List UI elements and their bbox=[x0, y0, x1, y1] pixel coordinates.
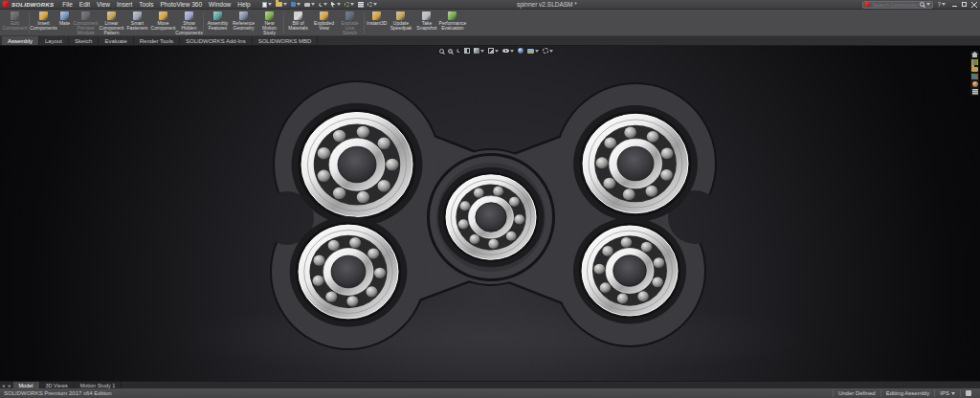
solidworks-resources-button[interactable] bbox=[971, 52, 978, 57]
units-selector[interactable]: IPS bbox=[934, 389, 960, 397]
tab-model[interactable]: Model bbox=[13, 382, 40, 388]
edit-appearance-button[interactable] bbox=[518, 48, 523, 54]
select-caret-icon bbox=[337, 3, 341, 6]
tab-evaluate[interactable]: Evaluate bbox=[99, 36, 133, 45]
instant3d-button[interactable]: Instant3D bbox=[366, 11, 388, 35]
tab-3d-views[interactable]: 3D Views bbox=[40, 382, 75, 388]
take-snapshot-icon bbox=[422, 11, 431, 20]
bearing-center[interactable] bbox=[438, 167, 545, 267]
show-hidden-components-button[interactable]: Show Hidden Components bbox=[176, 11, 202, 35]
view-settings-button[interactable] bbox=[543, 48, 553, 54]
view-palette-icon bbox=[971, 74, 978, 79]
menu-file[interactable]: File bbox=[62, 1, 72, 8]
smart-fasteners-button[interactable]: Smart Fasteners bbox=[124, 11, 150, 35]
ribbon-button-label: Explode Line Sketch bbox=[338, 21, 362, 36]
select-icon bbox=[331, 2, 336, 8]
bill-of-materials-button[interactable]: Bill of Materials bbox=[285, 11, 311, 35]
menu-help[interactable]: Help bbox=[237, 1, 250, 8]
model-render[interactable] bbox=[0, 46, 980, 381]
options-icon bbox=[368, 2, 372, 7]
close-button[interactable] bbox=[971, 2, 977, 8]
document-title: spinner v2.SLDASM * bbox=[517, 1, 577, 8]
menu-insert[interactable]: Insert bbox=[117, 1, 132, 8]
titlebar-right: ? bbox=[862, 1, 977, 9]
exploded-view-button[interactable]: Exploded View bbox=[311, 11, 337, 35]
minimize-button[interactable] bbox=[952, 2, 957, 7]
save-button[interactable] bbox=[291, 2, 301, 7]
explode-line-sketch-button: Explode Line Sketch bbox=[337, 11, 363, 35]
insert-components-icon bbox=[39, 11, 48, 20]
file-explorer-icon bbox=[971, 67, 978, 72]
insert-components-button[interactable]: Insert Components bbox=[31, 11, 56, 35]
undo-button[interactable] bbox=[319, 3, 327, 7]
new-motion-study-button[interactable]: New Motion Study bbox=[256, 11, 282, 35]
tab-sketch[interactable]: Sketch bbox=[69, 36, 99, 45]
tab-solidworks-mbd[interactable]: SOLIDWORKS MBD bbox=[253, 36, 319, 45]
search-box[interactable] bbox=[862, 1, 933, 9]
appearances-scenes-button[interactable] bbox=[972, 81, 978, 87]
custom-properties-button[interactable] bbox=[972, 89, 978, 95]
file-explorer-button[interactable] bbox=[971, 67, 978, 72]
solidworks-resources-icon bbox=[971, 52, 978, 57]
save-icon bbox=[291, 2, 296, 7]
status-right: Under Defined Editing Assembly IPS bbox=[833, 389, 976, 397]
previous-view-icon bbox=[456, 48, 460, 53]
rebuild-caret-icon bbox=[350, 3, 354, 6]
menu-window[interactable]: Window bbox=[209, 1, 231, 8]
ribbon-button-label: Take Snapshot bbox=[414, 21, 438, 31]
hide-show-items-caret-icon bbox=[510, 50, 514, 53]
mate-button[interactable]: Mate bbox=[56, 11, 73, 35]
status-tray[interactable] bbox=[960, 389, 976, 397]
ribbon-button-label: Performance Evaluation bbox=[439, 21, 467, 31]
search-input[interactable] bbox=[872, 2, 918, 8]
select-button[interactable] bbox=[331, 2, 341, 8]
assembly-features-button[interactable]: Assembly Features bbox=[205, 11, 231, 35]
linear-component-pattern-button[interactable]: Linear Component Pattern bbox=[99, 11, 124, 35]
options-button[interactable] bbox=[368, 2, 377, 7]
tab-motion-study-1[interactable]: Motion Study 1 bbox=[75, 382, 122, 388]
view-orientation-button[interactable] bbox=[474, 48, 484, 54]
bearing-bottom-right[interactable] bbox=[573, 218, 686, 324]
hide-show-items-button[interactable] bbox=[502, 49, 514, 53]
tab-scroll-left-icon[interactable]: ◂ bbox=[0, 382, 7, 388]
tab-assembly[interactable]: Assembly bbox=[2, 36, 39, 45]
move-component-button[interactable]: Move Component bbox=[150, 11, 176, 35]
rebuild-button[interactable] bbox=[345, 2, 354, 7]
reference-geometry-button[interactable]: Reference Geometry bbox=[231, 11, 256, 35]
help-button[interactable]: ? bbox=[937, 1, 946, 8]
zoom-to-fit-button[interactable] bbox=[439, 49, 444, 54]
bearing-top-left[interactable] bbox=[292, 103, 423, 227]
tab-solidworks-add-ins[interactable]: SOLIDWORKS Add-Ins bbox=[180, 36, 253, 45]
solidworks-logo-text: SOLIDWORKS bbox=[11, 2, 54, 8]
bearing-bottom-left[interactable] bbox=[290, 216, 408, 326]
options-caret-icon bbox=[373, 3, 377, 6]
search-caret-icon[interactable] bbox=[926, 3, 930, 6]
update-speedpak-button[interactable]: Update Speedpak bbox=[388, 11, 413, 35]
assembly-features-icon bbox=[213, 11, 222, 20]
menu-photoview-360[interactable]: PhotoView 360 bbox=[160, 1, 202, 8]
bearing-top-right[interactable] bbox=[573, 105, 698, 222]
take-snapshot-button[interactable]: Take Snapshot bbox=[413, 11, 439, 35]
menu-view[interactable]: View bbox=[97, 1, 110, 8]
performance-evaluation-button[interactable]: Performance Evaluation bbox=[439, 11, 465, 35]
open-document-button[interactable] bbox=[276, 2, 287, 7]
print-button[interactable] bbox=[304, 3, 315, 7]
previous-view-button[interactable] bbox=[457, 49, 460, 53]
new-document-button[interactable] bbox=[262, 2, 272, 8]
menu-edit[interactable]: Edit bbox=[79, 1, 90, 8]
apply-scene-button[interactable] bbox=[527, 49, 539, 54]
restore-button[interactable] bbox=[962, 2, 967, 7]
show-hidden-components-icon bbox=[185, 11, 193, 20]
zoom-to-area-button[interactable] bbox=[448, 49, 453, 54]
tab-scroll-right-icon[interactable]: ▸ bbox=[7, 382, 13, 388]
display-style-button[interactable] bbox=[488, 48, 499, 54]
graphics-viewport[interactable] bbox=[0, 46, 980, 381]
tab-layout[interactable]: Layout bbox=[39, 36, 69, 45]
section-view-button[interactable] bbox=[464, 48, 470, 54]
view-palette-button[interactable] bbox=[971, 74, 978, 79]
search-icon[interactable] bbox=[920, 2, 924, 7]
tab-render-tools[interactable]: Render Tools bbox=[134, 36, 180, 45]
file-properties-button[interactable] bbox=[358, 2, 364, 8]
menu-tools[interactable]: Tools bbox=[139, 1, 153, 8]
ribbon-button-label: New Motion Study bbox=[257, 21, 281, 36]
